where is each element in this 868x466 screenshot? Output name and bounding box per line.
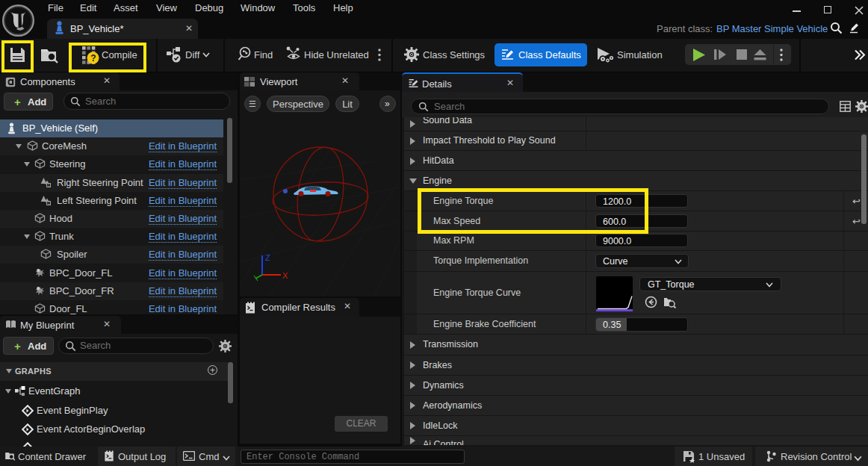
svg-text:Z: Z	[265, 253, 270, 262]
svg-text:X: X	[282, 271, 288, 280]
svg-text:C: C	[47, 183, 50, 187]
svg-text:C: C	[47, 201, 50, 205]
